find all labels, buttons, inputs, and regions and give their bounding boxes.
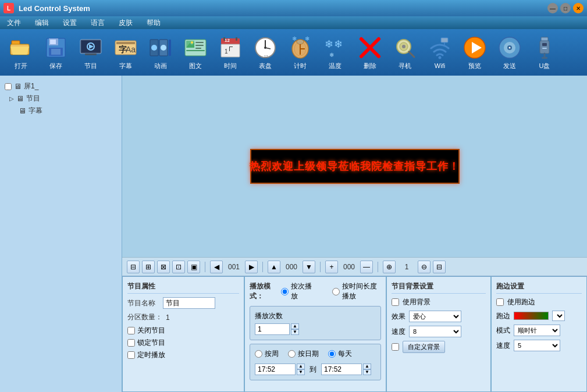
time-to-down[interactable]: ▼	[363, 369, 371, 375]
use-bg-checkbox[interactable]	[392, 298, 399, 306]
remove-button[interactable]: —	[360, 261, 373, 273]
menu-file[interactable]: 文件	[5, 17, 23, 29]
week-radio-input[interactable]	[255, 350, 262, 358]
donghua-icon	[148, 35, 173, 60]
svg-point-58	[402, 45, 405, 48]
week-radio[interactable]: 按周	[255, 349, 279, 359]
svg-rect-31	[221, 44, 240, 57]
layout-v2-button[interactable]: ⊠	[157, 261, 170, 273]
lock-jiemu-checkbox[interactable]: 锁定节目	[127, 338, 239, 348]
panel-paobian: 跑边设置 使用跑边 跑边 ▼ 模式 顺时针	[491, 276, 587, 392]
count-spinner: ▲ ▼	[255, 323, 376, 335]
shijian-icon: 12 1	[218, 35, 243, 60]
tree-zimu[interactable]: 🖥 字幕	[5, 105, 117, 117]
zoom-in-button[interactable]: ⊕	[383, 261, 396, 273]
date-radio[interactable]: 按日期	[288, 349, 319, 359]
tool-jiemu[interactable]: 节目	[74, 33, 107, 73]
effect-select[interactable]: 爱心	[409, 311, 461, 322]
count-input[interactable]	[255, 323, 290, 335]
count-spin-up[interactable]: ▲	[291, 323, 299, 329]
time-from-up[interactable]: ▲	[297, 364, 305, 369]
tool-zimu[interactable]: 字 Aa 字幕	[109, 33, 142, 73]
tool-wendu[interactable]: ❄ ❄ ❄ 温度	[319, 33, 351, 73]
fit-button[interactable]: ⊟	[433, 261, 446, 273]
tool-open[interactable]: 打开	[5, 33, 37, 73]
mode2-radio-input[interactable]	[332, 288, 340, 295]
zoom-out-button[interactable]: ⊖	[418, 261, 431, 273]
menu-help[interactable]: 帮助	[144, 17, 163, 29]
tree-screen[interactable]: 🖥 屏1_	[5, 80, 117, 92]
layout-v4-button[interactable]: ▣	[187, 261, 200, 273]
minimize-button[interactable]: —	[547, 3, 558, 13]
tree-jiemu[interactable]: ▷ 🖥 节目	[5, 92, 117, 105]
timer-checkbox-input[interactable]	[127, 351, 135, 359]
collapse-icon: ▷	[9, 95, 14, 102]
svg-rect-27	[195, 45, 204, 46]
xunpan-icon	[392, 35, 418, 60]
svg-marker-2	[10, 47, 29, 55]
tool-donghua[interactable]: 动画	[144, 33, 177, 73]
next-button[interactable]: ▶	[245, 261, 258, 273]
maximize-button[interactable]: □	[560, 3, 571, 13]
custom-bg-checkbox[interactable]	[392, 343, 399, 351]
close-checkbox-input[interactable]	[127, 327, 135, 334]
tool-jishi[interactable]: ❄ ❄ 计时	[284, 33, 316, 73]
tool-shanchu[interactable]: 删除	[354, 33, 386, 73]
layout-h-button[interactable]: ⊟	[127, 261, 140, 273]
menu-settings[interactable]: 设置	[61, 17, 79, 29]
timer-label: 定时播放	[137, 350, 165, 360]
date-radio-input[interactable]	[288, 350, 296, 358]
mode2-radio[interactable]: 按时间长度播放	[332, 281, 381, 301]
tool-tuwu[interactable]: 图文	[179, 33, 212, 73]
time-from-input[interactable]	[255, 364, 296, 375]
move-down-button[interactable]: ▼	[303, 261, 315, 273]
tool-shijian[interactable]: 12 1 时间	[214, 33, 247, 73]
menu-edit[interactable]: 编辑	[33, 17, 51, 29]
move-up-button[interactable]: ▲	[268, 261, 280, 273]
svg-rect-60	[441, 38, 448, 42]
tool-upan[interactable]: U盘	[528, 33, 561, 73]
daily-radio-input[interactable]	[328, 350, 336, 358]
name-input[interactable]	[163, 297, 215, 309]
lock-checkbox-input[interactable]	[127, 339, 135, 347]
speed-select[interactable]: 8	[409, 326, 461, 337]
tool-xunpan[interactable]: 寻机	[389, 33, 421, 73]
tool-biaopan[interactable]: 12 表盘	[249, 33, 282, 73]
menu-skin[interactable]: 皮肤	[116, 17, 135, 29]
close-button[interactable]: ✕	[573, 3, 584, 13]
menu-language[interactable]: 语言	[88, 17, 107, 29]
mode1-radio[interactable]: 按次播放	[281, 281, 312, 301]
mode-pb-select[interactable]: 顺时针	[514, 325, 560, 336]
layout-v1-button[interactable]: ⊞	[142, 261, 155, 273]
count-spin-down[interactable]: ▼	[291, 329, 299, 335]
mode1-radio-input[interactable]	[281, 288, 289, 295]
svg-rect-36	[229, 47, 230, 51]
use-pb-checkbox[interactable]	[496, 298, 504, 306]
add-button[interactable]: +	[325, 261, 338, 273]
time-to-up[interactable]: ▲	[363, 364, 371, 369]
mode-pb-label: 模式	[496, 326, 510, 336]
tool-wifi[interactable]: Wifi	[424, 33, 456, 72]
tool-save[interactable]: 保存	[40, 33, 72, 73]
fasong-icon	[497, 35, 522, 60]
layout-v3-button[interactable]: ⊡	[172, 261, 185, 273]
tool-fasong[interactable]: 发送	[493, 33, 526, 73]
border-color-select[interactable]: ▼	[552, 311, 565, 321]
screen-checkbox[interactable]	[5, 83, 12, 90]
svg-text:❄: ❄	[305, 36, 309, 42]
speed-pb-select[interactable]: 5	[514, 340, 560, 351]
custom-bg-button[interactable]: 自定义背景	[403, 341, 445, 353]
timer-jiemu-checkbox[interactable]: 定时播放	[127, 350, 239, 360]
prev-button[interactable]: ◀	[210, 261, 223, 273]
svg-text:❄: ❄	[292, 36, 297, 42]
lock-label: 锁定节目	[137, 338, 165, 348]
daily-radio[interactable]: 每天	[328, 349, 352, 359]
svg-point-59	[439, 56, 442, 59]
jishi-label: 计时	[294, 62, 307, 70]
open-label: 打开	[15, 62, 27, 70]
time-to-input[interactable]	[321, 364, 362, 375]
tool-yulan[interactable]: 预览	[458, 33, 491, 73]
close-jiemu-checkbox[interactable]: 关闭节目	[127, 326, 239, 336]
time-from-down[interactable]: ▼	[297, 369, 305, 375]
separator-1	[205, 262, 205, 272]
